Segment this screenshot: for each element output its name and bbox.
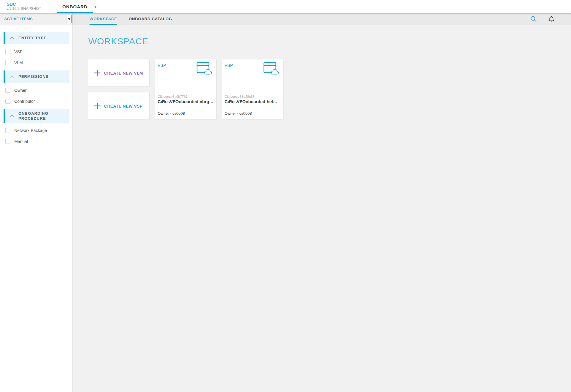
dropdown-caret-icon[interactable] bbox=[67, 15, 72, 23]
tab-workspace[interactable]: WORKSPACE bbox=[90, 13, 117, 25]
card-info: CiLicense8c9b7761 CiResVFOnboarded-vbrg…… bbox=[155, 95, 216, 119]
tab-onboard-catalog[interactable]: ONBOARD CATALOG bbox=[129, 13, 172, 25]
active-items-dropdown[interactable]: ACTIVE ITEMS bbox=[0, 13, 73, 25]
filter-label: Network Package bbox=[14, 128, 47, 133]
filter-section-entity-type[interactable]: ENTITY TYPE bbox=[4, 32, 69, 44]
chevron-up-icon bbox=[5, 115, 18, 117]
tabs: WORKSPACE ONBOARD CATALOG bbox=[90, 13, 184, 25]
cards-area: CREATE NEW VLM CREATE NEW VSP VSP bbox=[88, 59, 571, 119]
app-logo: SDC v.1.16.2-SNAPSHOT bbox=[7, 2, 41, 11]
create-new-vlm-label: CREATE NEW VLM bbox=[104, 71, 143, 75]
filter-label: Contributor bbox=[14, 99, 35, 104]
top-tab-onboard[interactable]: ONBOARD bbox=[57, 0, 93, 13]
plus-icon bbox=[94, 70, 101, 76]
card-type-label: VSP bbox=[225, 63, 233, 68]
active-tab-underline bbox=[57, 12, 93, 13]
card-license: CiLicense8c9b7761 bbox=[158, 95, 214, 99]
card-info: CiLicense85e28c86 CiResVFOnboarded-hel… … bbox=[222, 95, 283, 119]
filter-item-contributor[interactable]: Contributor bbox=[5, 99, 72, 104]
filter-item-vsp[interactable]: VSP bbox=[5, 49, 72, 54]
create-new-vlm-button[interactable]: CREATE NEW VLM bbox=[88, 59, 149, 86]
tab-bar: WORKSPACE ONBOARD CATALOG bbox=[73, 13, 571, 25]
owner-checkbox[interactable] bbox=[5, 88, 10, 93]
workspace-main: WORKSPACE CREATE NEW VLM CREATE NEW VSP bbox=[73, 25, 571, 392]
vsp-card-1[interactable]: VSP CiLicense8c9b7761 CiResVFOnboarded-v… bbox=[155, 59, 216, 119]
card-type-label: VSP bbox=[158, 63, 166, 68]
tab-workspace-label: WORKSPACE bbox=[90, 17, 117, 21]
search-icon[interactable] bbox=[530, 15, 537, 23]
sub-bar: ACTIVE ITEMS WORKSPACE ONBOARD CATALOG bbox=[0, 13, 571, 25]
top-tab-onboard-label: ONBOARD bbox=[62, 4, 88, 9]
create-new-vsp-label: CREATE NEW VSP bbox=[104, 104, 142, 108]
vlm-checkbox[interactable] bbox=[5, 60, 10, 65]
chevron-up-icon bbox=[5, 75, 18, 78]
vsp-cloud-icon bbox=[197, 62, 212, 75]
filter-item-network-package[interactable]: Network Package bbox=[5, 128, 72, 133]
filter-section-title: ONBOARDING PROCEDURE bbox=[18, 111, 63, 121]
network-package-checkbox[interactable] bbox=[5, 128, 10, 133]
filter-section-onboarding-procedure[interactable]: ONBOARDING PROCEDURE bbox=[4, 109, 69, 123]
top-header: SDC v.1.16.2-SNAPSHOT ONBOARD bbox=[0, 0, 571, 13]
subbar-icons bbox=[512, 13, 571, 25]
page-title: WORKSPACE bbox=[88, 36, 571, 46]
card-owner: Owner - cs0008 bbox=[225, 108, 281, 119]
filter-item-owner[interactable]: Owner bbox=[5, 88, 72, 93]
active-items-label: ACTIVE ITEMS bbox=[4, 17, 33, 21]
card-license: CiLicense85e28c86 bbox=[225, 95, 281, 99]
card-owner: Owner - cs0008 bbox=[158, 108, 214, 119]
bell-icon[interactable] bbox=[548, 15, 555, 23]
caret-right-icon[interactable] bbox=[94, 5, 97, 9]
chevron-up-icon bbox=[5, 37, 18, 39]
app-name: SDC bbox=[7, 2, 41, 7]
filter-item-manual[interactable]: Manual bbox=[5, 139, 72, 144]
plus-icon bbox=[94, 103, 101, 109]
card-name: CiResVFOnboarded-hel… bbox=[225, 99, 281, 105]
create-new-vsp-button[interactable]: CREATE NEW VSP bbox=[88, 92, 149, 119]
vsp-card-2[interactable]: VSP CiLicense85e28c86 CiResVFOnboarded-h… bbox=[222, 59, 283, 119]
vsp-checkbox[interactable] bbox=[5, 49, 10, 54]
tab-workspace-underline bbox=[90, 24, 117, 25]
contributor-checkbox[interactable] bbox=[5, 99, 10, 104]
filters-sidebar: ENTITY TYPE VSP VLM PERMISSIONS Owner Co… bbox=[0, 25, 73, 392]
filter-section-title: ENTITY TYPE bbox=[18, 35, 47, 40]
vsp-cloud-icon bbox=[263, 62, 279, 75]
filter-label: Owner bbox=[14, 88, 26, 93]
filter-item-vlm[interactable]: VLM bbox=[5, 60, 72, 65]
filter-label: Manual bbox=[14, 139, 28, 144]
card-name: CiResVFOnboarded-vbrg… bbox=[158, 99, 214, 105]
manual-checkbox[interactable] bbox=[5, 139, 10, 144]
app-version: v.1.16.2-SNAPSHOT bbox=[7, 7, 41, 11]
filter-section-permissions[interactable]: PERMISSIONS bbox=[4, 70, 69, 83]
filter-label: VSP bbox=[14, 49, 23, 54]
filter-label: VLM bbox=[14, 60, 23, 65]
tab-onboard-catalog-label: ONBOARD CATALOG bbox=[129, 17, 172, 21]
create-buttons-column: CREATE NEW VLM CREATE NEW VSP bbox=[88, 59, 149, 119]
filter-section-title: PERMISSIONS bbox=[18, 74, 48, 79]
